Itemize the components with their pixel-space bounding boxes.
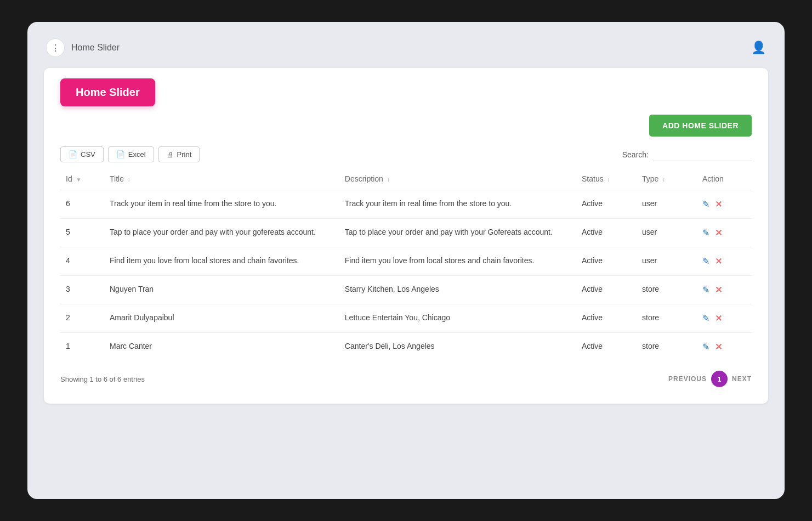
csv-icon: 📄 <box>69 150 77 158</box>
col-id-label: Id <box>66 174 72 183</box>
cell-title-5: Marc Canter <box>104 333 339 361</box>
edit-button-5[interactable]: ✎ <box>702 342 709 352</box>
cell-title-3: Nguyen Tran <box>104 276 339 304</box>
edit-button-4[interactable]: ✎ <box>702 313 709 324</box>
table-row: 6 Track your item in real time from the … <box>60 190 752 219</box>
col-status-label: Status <box>582 174 604 183</box>
cell-id-1: 5 <box>60 219 104 247</box>
toolbar-row: 📄 CSV 📄 Excel 🖨 Print Search: <box>44 137 768 168</box>
data-table: Id ▼ Title ↕ Description ↕ Status <box>60 168 752 361</box>
cell-title-0: Track your item in real time from the st… <box>104 190 339 219</box>
print-icon: 🖨 <box>167 150 174 158</box>
search-row: Search: <box>622 148 752 161</box>
delete-button-2[interactable]: ✕ <box>715 256 722 267</box>
cell-status-5: Active <box>576 333 637 361</box>
col-description-label: Description <box>345 174 383 183</box>
page-1-button[interactable]: 1 <box>711 371 728 387</box>
print-button[interactable]: 🖨 Print <box>158 146 200 162</box>
csv-label: CSV <box>81 150 95 158</box>
edit-button-1[interactable]: ✎ <box>702 228 709 238</box>
add-home-slider-button[interactable]: ADD HOME SLIDER <box>649 115 752 137</box>
table-row: 2 Amarit Dulyapaibul Lettuce Entertain Y… <box>60 304 752 333</box>
edit-button-3[interactable]: ✎ <box>702 285 709 295</box>
cell-status-2: Active <box>576 247 637 276</box>
cell-description-4: Lettuce Entertain You, Chicago <box>339 304 576 333</box>
delete-button-1[interactable]: ✕ <box>715 228 722 238</box>
cell-status-0: Active <box>576 190 637 219</box>
table-row: 4 Find item you love from local stores a… <box>60 247 752 276</box>
footer-row: Showing 1 to 6 of 6 entries PREVIOUS 1 N… <box>44 361 768 387</box>
search-label: Search: <box>622 150 649 159</box>
pagination: PREVIOUS 1 NEXT <box>668 371 752 387</box>
cell-status-1: Active <box>576 219 637 247</box>
user-icon[interactable]: 👤 <box>751 41 766 55</box>
col-description[interactable]: Description ↕ <box>339 168 576 190</box>
table-row: 1 Marc Canter Canter's Deli, Los Angeles… <box>60 333 752 361</box>
col-description-sort-icon: ↕ <box>387 177 390 183</box>
top-bar: ⋮ Home Slider 👤 <box>44 38 768 57</box>
cell-action-1: ✎ ✕ <box>697 219 752 247</box>
edit-button-0[interactable]: ✎ <box>702 199 709 209</box>
cell-action-3: ✎ ✕ <box>697 276 752 304</box>
top-bar-left: ⋮ Home Slider <box>46 38 120 57</box>
cell-action-2: ✎ ✕ <box>697 247 752 276</box>
excel-label: Excel <box>128 150 146 158</box>
add-btn-row: ADD HOME SLIDER <box>44 107 768 137</box>
col-title[interactable]: Title ↕ <box>104 168 339 190</box>
csv-button[interactable]: 📄 CSV <box>60 146 104 162</box>
cell-action-5: ✎ ✕ <box>697 333 752 361</box>
cell-type-5: store <box>637 333 697 361</box>
cell-type-3: store <box>637 276 697 304</box>
topbar-title: Home Slider <box>71 43 120 53</box>
showing-entries-text: Showing 1 to 6 of 6 entries <box>60 375 145 383</box>
edit-button-2[interactable]: ✎ <box>702 256 709 267</box>
col-type[interactable]: Type ↕ <box>637 168 697 190</box>
cell-type-2: user <box>637 247 697 276</box>
col-type-sort-icon: ↕ <box>662 177 665 183</box>
col-id-sort-icon: ▼ <box>76 177 82 183</box>
outer-frame: ⋮ Home Slider 👤 Home Slider ADD HOME SLI… <box>27 22 785 499</box>
heading-row: Home Slider <box>44 68 768 107</box>
cell-type-4: store <box>637 304 697 333</box>
cell-id-3: 3 <box>60 276 104 304</box>
table-header-row: Id ▼ Title ↕ Description ↕ Status <box>60 168 752 190</box>
col-status-sort-icon: ↕ <box>607 177 610 183</box>
menu-dots-button[interactable]: ⋮ <box>46 38 65 57</box>
cell-title-1: Tap to place your order and pay with you… <box>104 219 339 247</box>
cell-status-4: Active <box>576 304 637 333</box>
cell-action-4: ✎ ✕ <box>697 304 752 333</box>
next-button[interactable]: NEXT <box>732 375 752 383</box>
cell-description-2: Find item you love from local stores and… <box>339 247 576 276</box>
col-title-label: Title <box>110 174 124 183</box>
cell-type-0: user <box>637 190 697 219</box>
cell-action-0: ✎ ✕ <box>697 190 752 219</box>
print-label: Print <box>177 150 192 158</box>
col-id[interactable]: Id ▼ <box>60 168 104 190</box>
delete-button-5[interactable]: ✕ <box>715 342 722 352</box>
col-status[interactable]: Status ↕ <box>576 168 637 190</box>
excel-button[interactable]: 📄 Excel <box>108 146 154 162</box>
cell-id-4: 2 <box>60 304 104 333</box>
col-title-sort-icon: ↕ <box>128 177 130 183</box>
previous-button[interactable]: PREVIOUS <box>668 375 707 383</box>
col-action-label: Action <box>702 174 724 183</box>
table-row: 5 Tap to place your order and pay with y… <box>60 219 752 247</box>
delete-button-0[interactable]: ✕ <box>715 199 722 209</box>
col-action: Action <box>697 168 752 190</box>
col-type-label: Type <box>642 174 658 183</box>
cell-title-4: Amarit Dulyapaibul <box>104 304 339 333</box>
table-wrap: Id ▼ Title ↕ Description ↕ Status <box>44 168 768 361</box>
cell-type-1: user <box>637 219 697 247</box>
table-body: 6 Track your item in real time from the … <box>60 190 752 361</box>
cell-description-0: Track your item in real time from the st… <box>339 190 576 219</box>
main-card: Home Slider ADD HOME SLIDER 📄 CSV 📄 Exce… <box>44 68 768 404</box>
search-input[interactable] <box>653 148 752 161</box>
delete-button-4[interactable]: ✕ <box>715 313 722 324</box>
page-heading-banner: Home Slider <box>60 78 155 106</box>
excel-icon: 📄 <box>116 150 125 158</box>
cell-status-3: Active <box>576 276 637 304</box>
delete-button-3[interactable]: ✕ <box>715 285 722 295</box>
cell-id-2: 4 <box>60 247 104 276</box>
cell-id-5: 1 <box>60 333 104 361</box>
export-buttons: 📄 CSV 📄 Excel 🖨 Print <box>60 146 200 162</box>
